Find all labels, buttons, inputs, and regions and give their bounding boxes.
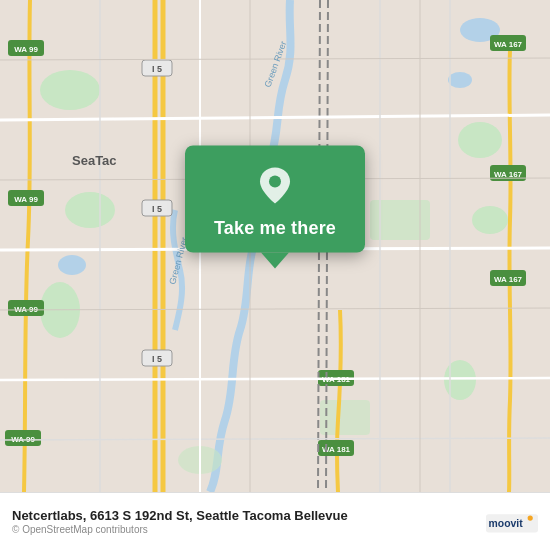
moovit-logo-svg: moovit [486,506,538,538]
svg-point-12 [448,72,472,88]
svg-text:WA 167: WA 167 [494,275,523,284]
svg-text:WA 167: WA 167 [494,40,523,49]
popup-triangle [261,252,289,268]
app-container: I 5 I 5 I 5 WA 99 WA 99 WA 99 WA 99 WA 1… [0,0,550,550]
svg-text:WA 99: WA 99 [14,45,38,54]
moovit-logo: moovit [486,506,538,538]
svg-point-4 [458,122,502,158]
popup-label[interactable]: Take me there [214,217,336,238]
svg-text:WA 99: WA 99 [14,195,38,204]
svg-point-10 [58,255,86,275]
svg-point-60 [528,515,533,520]
osm-credit: © OpenStreetMap contributors [12,524,348,535]
svg-point-2 [65,192,115,228]
svg-point-1 [40,70,100,110]
popup-box[interactable]: Take me there [185,145,365,252]
svg-point-6 [444,360,476,400]
svg-text:I 5: I 5 [152,204,162,214]
location-title: Netcertlabs, 6613 S 192nd St, Seattle Ta… [12,508,348,523]
svg-text:I 5: I 5 [152,64,162,74]
svg-point-57 [269,175,281,187]
pin-icon [253,163,297,207]
footer-bar: Netcertlabs, 6613 S 192nd St, Seattle Ta… [0,492,550,550]
svg-text:I 5: I 5 [152,354,162,364]
svg-text:SeaTac: SeaTac [72,153,117,168]
svg-rect-8 [320,400,370,435]
svg-point-5 [472,206,508,234]
svg-rect-7 [370,200,430,240]
svg-text:moovit: moovit [489,518,524,529]
footer-info: Netcertlabs, 6613 S 192nd St, Seattle Ta… [12,508,348,535]
map-view[interactable]: I 5 I 5 I 5 WA 99 WA 99 WA 99 WA 99 WA 1… [0,0,550,492]
location-popup[interactable]: Take me there [185,145,365,268]
